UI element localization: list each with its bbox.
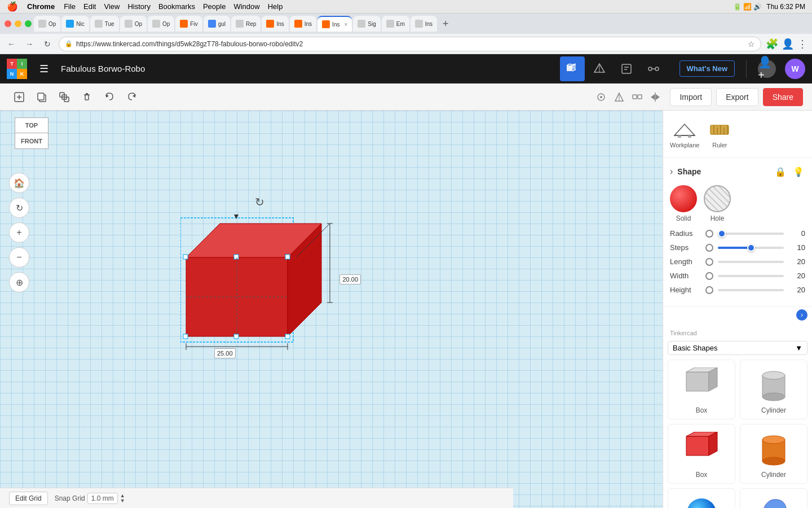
- mirror-tool-button[interactable]: [647, 89, 663, 105]
- hole-type-button[interactable]: Hole: [704, 185, 731, 222]
- tab-em[interactable]: Em: [382, 16, 409, 32]
- svg-point-76: [687, 498, 716, 509]
- height-slider[interactable]: [718, 289, 784, 291]
- zoom-in-button[interactable]: +: [9, 222, 29, 243]
- tab-op3[interactable]: Op: [148, 16, 174, 32]
- tab-sig[interactable]: Sig: [353, 16, 380, 32]
- maximize-window-button[interactable]: [25, 20, 32, 27]
- menu-icon[interactable]: ⋮: [797, 38, 807, 50]
- lock-shape-button[interactable]: 🔒: [774, 165, 787, 178]
- length-slider[interactable]: [718, 261, 784, 263]
- library-category-select[interactable]: Basic Shapes ▼: [668, 341, 807, 355]
- workplane-button[interactable]: Workplane: [668, 115, 701, 153]
- new-tab-button[interactable]: +: [438, 18, 453, 30]
- tab-gul[interactable]: gul: [204, 16, 230, 32]
- shape-box-red[interactable]: Box: [668, 424, 735, 484]
- steps-slider[interactable]: [718, 247, 784, 249]
- snap-value[interactable]: 1.0 mm: [87, 493, 118, 504]
- snap-tool-button[interactable]: [593, 89, 609, 105]
- 3d-viewport[interactable]: TOP FRONT 🏠 ↻ + − ⊕ ↻: [0, 111, 663, 508]
- length-radio[interactable]: [705, 258, 713, 266]
- shape-cylinder-orange[interactable]: Cylinder: [740, 424, 807, 484]
- tab-op2[interactable]: Op: [120, 16, 147, 32]
- length-label: Length: [670, 257, 701, 266]
- shape-scribble[interactable]: Scribble: [740, 488, 807, 508]
- view-cube-top[interactable]: TOP: [15, 117, 48, 133]
- tab-tue[interactable]: Tue: [90, 16, 119, 32]
- shape-panel-chevron[interactable]: ›: [670, 167, 673, 177]
- export-button[interactable]: Export: [716, 88, 758, 106]
- edit-grid-button[interactable]: Edit Grid: [9, 492, 48, 505]
- tab-ins4[interactable]: Ins: [411, 16, 437, 32]
- align-tool-button[interactable]: [611, 89, 627, 105]
- 3d-view-button[interactable]: [560, 56, 585, 81]
- redo-button[interactable]: [122, 87, 142, 107]
- radius-slider[interactable]: [718, 233, 784, 235]
- reload-button[interactable]: ↻: [41, 37, 54, 51]
- profile-icon[interactable]: 👤: [782, 38, 794, 50]
- forward-button[interactable]: →: [23, 37, 36, 51]
- tab-rep[interactable]: Rep: [231, 16, 261, 32]
- hamburger-button[interactable]: ☰: [36, 61, 52, 77]
- solid-type-button[interactable]: Solid: [670, 185, 697, 222]
- view-menu[interactable]: View: [104, 2, 120, 11]
- shape-box-gray[interactable]: Box: [668, 360, 735, 419]
- tab-fiv[interactable]: Fiv: [175, 16, 202, 32]
- mac-menu-items: File Edit View History Bookmarks People …: [64, 2, 283, 11]
- width-slider[interactable]: [718, 275, 784, 277]
- extensions-icon[interactable]: 🧩: [766, 38, 778, 50]
- tab-ins2[interactable]: Ins: [290, 16, 316, 32]
- cyl-gray-svg: [756, 366, 792, 403]
- tab-favicon: [152, 20, 160, 28]
- duplicate-button[interactable]: [54, 87, 74, 107]
- help-menu[interactable]: Help: [268, 2, 283, 11]
- whats-new-button[interactable]: What's New: [679, 60, 735, 77]
- tinkercad-logo[interactable]: T I N K: [7, 59, 27, 79]
- bookmark-icon[interactable]: ☆: [748, 40, 755, 49]
- share-button[interactable]: Share: [763, 88, 803, 106]
- close-window-button[interactable]: [5, 20, 11, 27]
- import-button[interactable]: Import: [670, 88, 712, 106]
- back-button[interactable]: ←: [5, 37, 18, 51]
- view-cube[interactable]: TOP FRONT: [11, 117, 52, 163]
- add-user-button[interactable]: 👤+: [758, 60, 776, 78]
- shape-sphere-blue[interactable]: Sphere: [668, 488, 735, 508]
- rotation-handle[interactable]: ↻: [255, 195, 264, 209]
- delete-button[interactable]: [77, 87, 97, 107]
- width-radio[interactable]: [705, 272, 713, 280]
- copy-button[interactable]: [32, 87, 52, 107]
- undo-button[interactable]: [99, 87, 120, 107]
- toggle-visibility-button[interactable]: 💡: [792, 165, 805, 178]
- selected-object[interactable]: ↻: [180, 212, 338, 361]
- new-shape-button[interactable]: [9, 87, 29, 107]
- user-avatar[interactable]: W: [785, 59, 805, 79]
- tab-op1[interactable]: Op: [34, 16, 60, 32]
- schematic-view-button[interactable]: [641, 56, 666, 81]
- url-bar[interactable]: 🔒 https://www.tinkercad.com/things/d5wk2…: [59, 37, 761, 51]
- fit-view-button[interactable]: ⊕: [9, 272, 29, 292]
- view-cube-front[interactable]: FRONT: [15, 133, 48, 149]
- code-view-button[interactable]: [614, 56, 639, 81]
- bookmarks-menu[interactable]: Bookmarks: [158, 2, 195, 11]
- ruler-button[interactable]: Ruler: [706, 115, 733, 153]
- shape-cylinder-gray[interactable]: Cylinder: [740, 360, 807, 419]
- snap-arrows[interactable]: ▲ ▼: [120, 493, 125, 503]
- zoom-out-button[interactable]: −: [9, 247, 29, 268]
- radius-radio[interactable]: [705, 230, 713, 238]
- tab-ins3-active[interactable]: Ins ×: [317, 16, 352, 32]
- history-menu[interactable]: History: [127, 2, 150, 11]
- steps-radio[interactable]: [705, 244, 713, 252]
- file-menu[interactable]: File: [64, 2, 76, 11]
- tab-ins1[interactable]: Ins: [262, 16, 288, 32]
- orbit-button[interactable]: ↻: [9, 198, 29, 218]
- height-radio[interactable]: [705, 286, 713, 294]
- group-tool-button[interactable]: [629, 89, 645, 105]
- edit-menu[interactable]: Edit: [83, 2, 96, 11]
- expand-panel-button[interactable]: ›: [796, 309, 807, 321]
- people-menu[interactable]: People: [203, 2, 226, 11]
- home-view-button[interactable]: 🏠: [9, 173, 29, 193]
- window-menu[interactable]: Window: [233, 2, 259, 11]
- wireframe-view-button[interactable]: [587, 56, 612, 81]
- minimize-window-button[interactable]: [15, 20, 21, 27]
- tab-nic[interactable]: Nic: [61, 16, 89, 32]
